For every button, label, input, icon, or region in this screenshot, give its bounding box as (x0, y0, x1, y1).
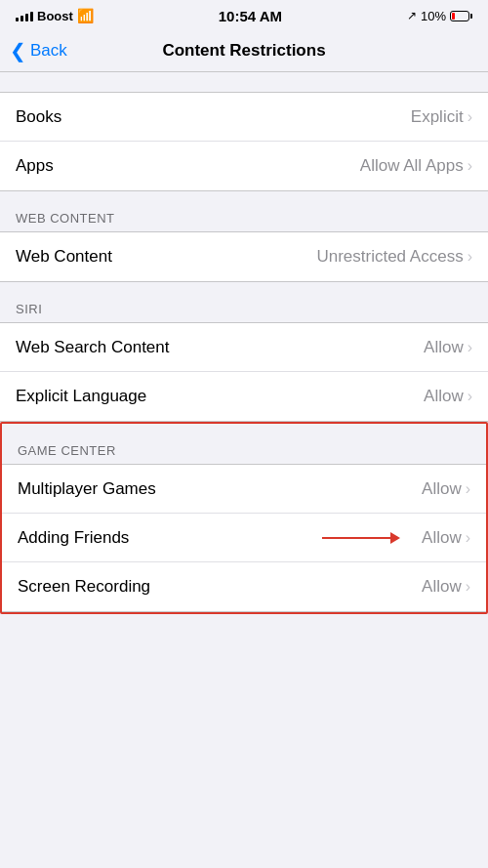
books-label: Books (16, 107, 61, 127)
web-search-content-label: Web Search Content (16, 338, 170, 357)
battery-percent: 10% (421, 9, 446, 23)
arrow-annotation (322, 532, 400, 544)
web-search-content-row[interactable]: Web Search Content Allow › (0, 323, 488, 372)
web-content-value: Unrestricted Access › (316, 247, 472, 267)
chevron-right-icon: › (466, 480, 470, 498)
apps-value: Allow All Apps › (360, 156, 472, 176)
chevron-right-icon: › (468, 248, 472, 266)
siri-header: SIRI (0, 282, 488, 322)
explicit-language-value: Allow › (424, 387, 472, 406)
screen-recording-row[interactable]: Screen Recording Allow › (2, 562, 486, 611)
multiplayer-games-label: Multiplayer Games (18, 479, 156, 499)
chevron-right-icon: › (468, 339, 472, 356)
back-label: Back (30, 41, 67, 61)
game-center-header: GAME CENTER (2, 424, 486, 464)
status-time: 10:54 AM (219, 8, 282, 24)
wifi-icon: 📶 (77, 8, 94, 23)
game-center-section: Multiplayer Games Allow › Adding Friends… (2, 464, 486, 612)
web-search-content-value: Allow › (424, 338, 472, 357)
page-title: Content Restrictions (162, 41, 325, 61)
battery-icon (450, 11, 472, 21)
status-left: Boost 📶 (16, 8, 94, 23)
books-row[interactable]: Books Explicit › (0, 93, 488, 142)
web-content-label: Web Content (16, 247, 112, 267)
screen-recording-value: Allow › (422, 577, 470, 597)
location-icon: ↗ (407, 9, 417, 22)
nav-bar: ❮ Back Content Restrictions (0, 29, 488, 72)
web-content-row[interactable]: Web Content Unrestricted Access › (0, 232, 488, 281)
chevron-right-icon: › (468, 388, 472, 405)
chevron-right-icon: › (468, 157, 472, 175)
web-content-section: Web Content Unrestricted Access › (0, 231, 488, 282)
spacer (0, 72, 488, 92)
chevron-right-icon: › (466, 529, 470, 547)
siri-section: Web Search Content Allow › Explicit Lang… (0, 322, 488, 422)
carrier-label: Boost (37, 9, 73, 23)
apps-label: Apps (16, 156, 54, 176)
books-value: Explicit › (411, 107, 472, 127)
back-button[interactable]: ❮ Back (10, 41, 67, 61)
screen-recording-label: Screen Recording (18, 577, 150, 597)
chevron-right-icon: › (466, 578, 470, 596)
status-bar: Boost 📶 10:54 AM ↗ 10% (0, 0, 488, 29)
arrow-head-icon (390, 532, 400, 544)
multiplayer-games-row[interactable]: Multiplayer Games Allow › (2, 465, 486, 514)
web-content-header: WEB CONTENT (0, 191, 488, 231)
explicit-language-row[interactable]: Explicit Language Allow › (0, 372, 488, 421)
general-section: Books Explicit › Apps Allow All Apps › (0, 92, 488, 191)
arrow-line (322, 537, 390, 539)
adding-friends-label: Adding Friends (18, 528, 129, 548)
chevron-right-icon: › (468, 108, 472, 126)
game-center-wrapper: GAME CENTER Multiplayer Games Allow › Ad… (0, 422, 488, 614)
signal-icon (16, 10, 33, 21)
apps-row[interactable]: Apps Allow All Apps › (0, 142, 488, 190)
multiplayer-games-value: Allow › (422, 479, 470, 499)
adding-friends-value: Allow › (422, 528, 470, 548)
status-right: ↗ 10% (407, 9, 472, 23)
adding-friends-row[interactable]: Adding Friends Allow › (2, 514, 486, 562)
back-chevron-icon: ❮ (10, 41, 26, 61)
explicit-language-label: Explicit Language (16, 387, 146, 406)
